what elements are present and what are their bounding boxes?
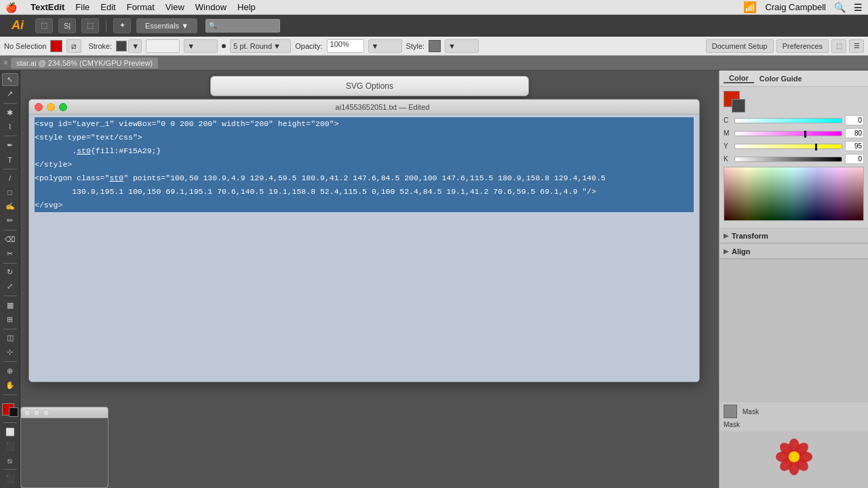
tab-color-guide[interactable]: Color Guide — [754, 75, 808, 83]
mesh-tool[interactable]: ⊞ — [2, 313, 18, 326]
cmyk-sliders: C M Y — [724, 115, 864, 164]
rotate-tool[interactable]: ↻ — [2, 266, 18, 279]
color-swatch-area[interactable] — [2, 403, 18, 418]
pen-tool[interactable]: ✒ — [2, 139, 18, 152]
pencil-tool[interactable]: ✏ — [2, 214, 18, 227]
menu-icon[interactable]: ☰ — [854, 2, 863, 13]
menu-help[interactable]: Help — [237, 2, 256, 12]
tab-label[interactable]: star.ai @ 234.58% (CMYK/GPU Preview) — [11, 58, 158, 68]
tab-close-btn[interactable]: ✕ — [3, 59, 8, 66]
window-minimize-btn[interactable] — [47, 103, 55, 111]
stroke-dropdown[interactable]: ▼ — [128, 39, 142, 53]
c-slider[interactable] — [734, 118, 842, 123]
opacity-dropdown[interactable]: ▼ — [368, 39, 402, 53]
sub-max-btn[interactable] — [43, 409, 50, 416]
eyedropper-tool[interactable]: ⊹ — [2, 346, 18, 359]
tab-bar: ✕ star.ai @ 234.58% (CMYK/GPU Preview) — [0, 56, 868, 70]
line-tool[interactable]: / — [2, 172, 18, 185]
sub-min-btn[interactable] — [33, 409, 40, 416]
flower-svg — [774, 436, 814, 477]
symbol-btn[interactable]: S| — [58, 18, 76, 33]
type-tool[interactable]: T — [2, 153, 18, 166]
background-color[interactable] — [9, 407, 18, 417]
menubar: 🍎 TextEdit File Edit Format View Window … — [0, 0, 868, 15]
control-right-group: Document Setup Preferences ⬚ ☰ — [706, 39, 864, 53]
scissors-tool[interactable]: ✂ — [2, 247, 18, 260]
hand-tool[interactable]: ✋ — [2, 379, 18, 392]
eraser-tool[interactable]: ⌫ — [2, 233, 18, 246]
sub-close-btn[interactable] — [24, 409, 31, 416]
svg-options-dialog[interactable]: SVG Options — [210, 76, 529, 96]
graph-tool[interactable]: ▦ — [2, 299, 18, 312]
arrange-btn[interactable]: ⬚ — [35, 18, 53, 33]
user-name: Craig Campbell — [765, 2, 826, 12]
y-value-input[interactable] — [845, 141, 864, 151]
appearance-swatch[interactable] — [724, 405, 737, 418]
essentials-dropdown[interactable]: Essentials ▼ — [136, 18, 197, 33]
tab-color[interactable]: Color — [724, 74, 754, 83]
stroke-color-input[interactable] — [146, 39, 180, 53]
code-line-3: .st0{fill:#F15A29;} — [35, 144, 694, 158]
stroke-dot — [222, 44, 226, 48]
magic-wand-tool[interactable]: ✱ — [2, 106, 18, 119]
app-name[interactable]: TextEdit — [31, 2, 64, 12]
canvas-area[interactable]: SVG Options ai14553652051.txt — Edited <… — [20, 70, 719, 488]
opacity-input[interactable]: 100% — [327, 39, 364, 53]
window-content[interactable]: <svg id="Layer_1" viewBox="0 0 200 200" … — [29, 115, 699, 382]
lasso-tool[interactable]: ⌇ — [2, 121, 18, 134]
menu-file[interactable]: File — [75, 2, 90, 12]
text-content-area[interactable]: <svg id="Layer_1" viewBox="0 0 200 200" … — [29, 115, 699, 382]
c-value-input[interactable] — [845, 115, 864, 125]
color-swatch-stack[interactable] — [724, 91, 745, 113]
apple-menu[interactable]: 🍎 — [5, 2, 17, 13]
menu-view[interactable]: View — [165, 2, 184, 12]
k-value-input[interactable] — [845, 154, 864, 164]
prefs-btn[interactable]: Preferences — [776, 39, 829, 53]
transform-panel-header[interactable]: ▶ Transform — [719, 228, 868, 243]
menu-extra-btn[interactable]: ☰ — [849, 39, 864, 53]
screen-toggle[interactable]: ⧅ — [2, 454, 18, 467]
stroke-style-dropdown[interactable]: 5 pt. Round ▼ — [230, 39, 291, 53]
doc-setup-btn[interactable]: Document Setup — [706, 39, 774, 53]
screen-mode-btn[interactable]: ⬜ — [2, 426, 18, 439]
menu-format[interactable]: Format — [127, 2, 155, 12]
window-close-btn[interactable] — [35, 103, 43, 111]
select-tool[interactable]: ↖ — [2, 73, 18, 86]
window-maximize-btn[interactable] — [59, 103, 67, 111]
flower-image-area — [774, 436, 814, 477]
align-panel-header[interactable]: ▶ Align — [719, 244, 868, 259]
svg-options-title: SVG Options — [346, 81, 393, 91]
search-icon[interactable]: 🔍 — [834, 2, 846, 13]
k-slider[interactable] — [734, 157, 842, 162]
m-label: M — [724, 129, 732, 137]
color-swatch-section: C M Y — [719, 87, 868, 228]
direct-select-tool[interactable]: ↗ — [2, 87, 18, 100]
scale-tool[interactable]: ⤢ — [2, 280, 18, 293]
fill-none-btn[interactable]: ⧄ — [66, 39, 81, 53]
style-dropdown[interactable]: ▼ — [445, 39, 479, 53]
artboard-tool[interactable]: ⬛ — [2, 472, 18, 485]
y-slider[interactable] — [734, 144, 842, 149]
appearance-label: Mask — [743, 408, 759, 415]
app-container: Ai ⬚ S| ⬚ ✦ Essentials ▼ 🔍 No Selection … — [0, 15, 868, 488]
rect-tool[interactable]: □ — [2, 186, 18, 199]
align-title: Align — [732, 247, 751, 256]
send-to-btn[interactable]: ✦ — [113, 18, 131, 33]
change-screen-mode[interactable]: ⬛ — [2, 440, 18, 453]
menu-window[interactable]: Window — [195, 2, 226, 12]
menu-edit[interactable]: Edit — [100, 2, 115, 12]
stroke-color-swatch[interactable] — [116, 41, 127, 52]
m-slider[interactable] — [734, 131, 842, 136]
m-value-input[interactable] — [845, 128, 864, 138]
color-spectrum[interactable] — [724, 167, 864, 221]
stroke-weight-dropdown[interactable]: ▼ — [184, 39, 218, 53]
fill-color-swatch[interactable] — [50, 40, 62, 52]
paintbrush-tool[interactable]: ✍ — [2, 200, 18, 213]
stroke-swatch-preview[interactable] — [732, 99, 745, 113]
zoom-tool[interactable]: ⊕ — [2, 365, 18, 378]
arrange-icon-btn[interactable]: ⬚ — [831, 39, 846, 53]
textedit-window[interactable]: ai14553652051.txt — Edited <svg id="Laye… — [28, 99, 700, 382]
style-swatch[interactable] — [429, 40, 441, 52]
gradient-tool[interactable]: ◫ — [2, 332, 18, 345]
workspace-btn[interactable]: ⬚ — [81, 18, 99, 33]
